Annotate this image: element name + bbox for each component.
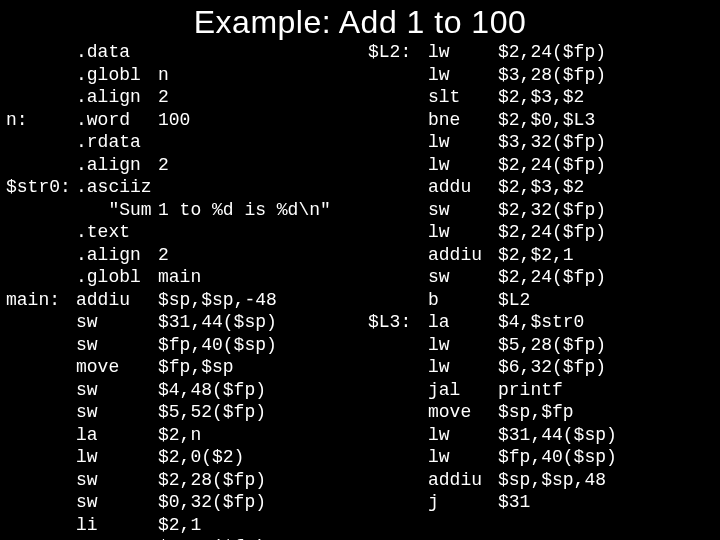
code-cell xyxy=(6,41,76,64)
code-cell: jal xyxy=(428,379,498,402)
code-cell: $sp,$sp,48 xyxy=(498,469,617,492)
code-block: n:$str0:main: .data.globl.align.word.rda… xyxy=(0,41,720,540)
left-arg-col: n210021 to %d is %d\n"2main$sp,$sp,-48$3… xyxy=(158,41,368,540)
code-cell: sw xyxy=(76,401,158,424)
code-cell: .align xyxy=(76,154,158,177)
code-cell xyxy=(6,514,76,537)
code-cell: $5,28($fp) xyxy=(498,334,617,357)
code-cell xyxy=(158,131,368,154)
code-cell: addiu xyxy=(428,244,498,267)
right-arg-col: $2,24($fp)$3,28($fp)$2,$3,$2$2,$0,$L3$3,… xyxy=(498,41,617,540)
left-label-col: n:$str0:main: xyxy=(6,41,76,540)
code-cell: .globl xyxy=(76,64,158,87)
code-cell: 2 xyxy=(158,244,368,267)
code-cell: lw xyxy=(428,41,498,64)
code-cell: li xyxy=(76,514,158,537)
code-cell xyxy=(6,536,76,540)
code-cell: $0,32($fp) xyxy=(158,491,368,514)
code-cell: $2,$3,$2 xyxy=(498,176,617,199)
code-cell: $31,44($sp) xyxy=(498,424,617,447)
code-cell: sw xyxy=(76,379,158,402)
code-cell xyxy=(158,221,368,244)
code-cell: $L2 xyxy=(498,289,617,312)
code-cell xyxy=(6,86,76,109)
code-cell xyxy=(6,401,76,424)
code-cell: lw xyxy=(76,446,158,469)
code-cell xyxy=(368,244,428,267)
code-cell: $2,$2,1 xyxy=(498,244,617,267)
code-cell xyxy=(6,446,76,469)
code-cell: $str0: xyxy=(6,176,76,199)
code-cell: $2,24($fp) xyxy=(498,41,617,64)
code-cell xyxy=(368,491,428,514)
code-cell: $L3: xyxy=(368,311,428,334)
code-cell: $5,52($fp) xyxy=(158,401,368,424)
code-cell: $6,32($fp) xyxy=(498,356,617,379)
code-cell: j xyxy=(428,491,498,514)
code-cell: $2,24($fp) xyxy=(498,221,617,244)
code-cell xyxy=(368,266,428,289)
code-cell: lw xyxy=(428,424,498,447)
code-cell: .asciiz xyxy=(76,176,158,199)
code-cell xyxy=(368,199,428,222)
code-cell: la xyxy=(76,424,158,447)
code-cell: lw xyxy=(428,154,498,177)
code-cell: la xyxy=(428,311,498,334)
code-cell xyxy=(6,199,76,222)
code-cell: $31 xyxy=(498,491,617,514)
code-cell: $L2: xyxy=(368,41,428,64)
code-cell: $sp,$sp,-48 xyxy=(158,289,368,312)
code-cell xyxy=(6,379,76,402)
code-cell: $4,$str0 xyxy=(498,311,617,334)
code-cell: .globl xyxy=(76,266,158,289)
code-cell: main: xyxy=(6,289,76,312)
code-cell: printf xyxy=(498,379,617,402)
code-cell: n: xyxy=(6,109,76,132)
code-cell: lw xyxy=(428,356,498,379)
code-cell: $2,24($fp) xyxy=(498,266,617,289)
code-cell: $sp,$fp xyxy=(498,401,617,424)
code-cell xyxy=(6,244,76,267)
code-cell: sw xyxy=(76,469,158,492)
code-cell: .align xyxy=(76,244,158,267)
code-cell: $2,n xyxy=(158,424,368,447)
code-cell: $3,32($fp) xyxy=(498,131,617,154)
code-cell: move xyxy=(76,356,158,379)
code-cell xyxy=(368,221,428,244)
right-op-col: lwlwsltbnelwlwadduswlwaddiuswblalwlwjalm… xyxy=(428,41,498,540)
code-cell: $fp,$sp xyxy=(158,356,368,379)
code-cell xyxy=(6,221,76,244)
code-cell: 100 xyxy=(158,109,368,132)
code-cell: $fp,40($sp) xyxy=(498,446,617,469)
code-cell: addiu xyxy=(76,289,158,312)
code-cell: .word xyxy=(76,109,158,132)
code-cell: .rdata xyxy=(76,131,158,154)
code-cell: main xyxy=(158,266,368,289)
code-cell xyxy=(368,176,428,199)
code-cell: $3,28($fp) xyxy=(498,64,617,87)
code-cell: .data xyxy=(76,41,158,64)
code-cell xyxy=(6,334,76,357)
code-cell: 2 xyxy=(158,86,368,109)
code-cell: sw xyxy=(76,536,158,540)
code-cell: .text xyxy=(76,221,158,244)
code-cell xyxy=(368,131,428,154)
code-cell xyxy=(368,64,428,87)
code-cell: slt xyxy=(428,86,498,109)
left-dir-col: .data.globl.align.word.rdata.align.ascii… xyxy=(76,41,158,540)
code-cell: sw xyxy=(428,266,498,289)
code-cell: sw xyxy=(76,334,158,357)
slide-title: Example: Add 1 to 100 xyxy=(0,0,720,41)
code-cell xyxy=(368,289,428,312)
code-cell xyxy=(368,401,428,424)
code-cell xyxy=(368,356,428,379)
code-cell xyxy=(368,379,428,402)
code-cell: $2,28($fp) xyxy=(158,469,368,492)
code-cell xyxy=(158,41,368,64)
code-cell: addu xyxy=(428,176,498,199)
code-cell xyxy=(368,154,428,177)
code-cell xyxy=(6,64,76,87)
code-cell: $2,$0,$L3 xyxy=(498,109,617,132)
code-cell xyxy=(6,131,76,154)
code-cell xyxy=(6,491,76,514)
